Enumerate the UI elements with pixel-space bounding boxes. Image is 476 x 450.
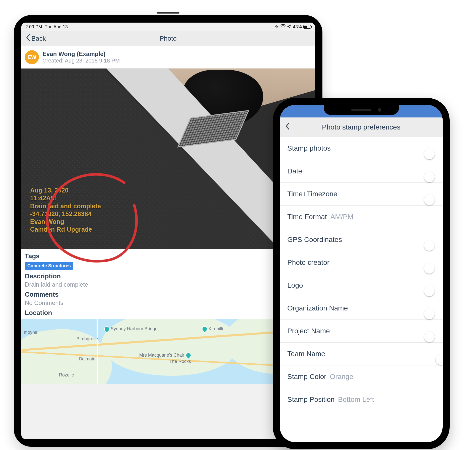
status-time: 2:09 PM xyxy=(25,24,42,30)
airplane-icon: ✈ xyxy=(275,24,279,30)
stamp-desc: Drain laid and complete xyxy=(30,202,101,210)
tablet-speaker xyxy=(157,12,179,14)
pref-label: Photo creator xyxy=(287,259,329,267)
location-icon xyxy=(287,24,291,30)
pref-value: Orange xyxy=(330,373,353,381)
status-bar: 2:09 PM Thu Aug 13 ✈ 43% xyxy=(21,23,315,31)
pref-row-organization-name[interactable]: Organization Name xyxy=(280,297,443,320)
pref-row-project-name[interactable]: Project Name xyxy=(280,320,443,343)
pref-value: Bottom Left xyxy=(338,396,374,404)
map-label-balmain: Balmain xyxy=(79,356,95,362)
photo-stamp-text: Aug 13, 2020 11:42AM Drain laid and comp… xyxy=(30,186,101,234)
pref-label: Project Name xyxy=(287,327,330,335)
stamp-project: Camden Rd Upgrade xyxy=(30,226,101,233)
map[interactable]: moyne Birchgrove Balmain Rozelle Sydney … xyxy=(21,319,315,384)
pref-row-gps-coordinates[interactable]: GPS Coordinates xyxy=(280,228,443,251)
stamp-date: Aug 13, 2020 xyxy=(30,186,101,194)
author-name: Evan Wong (Example) xyxy=(42,50,120,57)
description-heading: Description xyxy=(25,272,311,280)
pref-label: Organization Name xyxy=(287,304,348,312)
pref-row-photo-creator[interactable]: Photo creator xyxy=(280,251,443,274)
tag-concrete-structures[interactable]: Concrete Structures xyxy=(25,262,73,270)
pref-row-logo[interactable]: Logo xyxy=(280,274,443,297)
comments-value: No Comments xyxy=(25,299,311,306)
pref-label: Date xyxy=(287,167,302,175)
pref-row-time-timezone[interactable]: Time+Timezone xyxy=(280,183,443,206)
pref-label: Logo xyxy=(287,281,303,289)
poi-icon xyxy=(103,325,111,333)
created-timestamp: Created: Aug 23, 2018 9:18 PM xyxy=(42,57,120,64)
location-heading: Location xyxy=(25,309,311,317)
map-label-rozelle: Rozelle xyxy=(59,372,74,378)
tablet-screen: 2:09 PM Thu Aug 13 ✈ 43% Back xyxy=(21,23,315,439)
pref-label: GPS Coordinates xyxy=(287,236,342,244)
wifi-icon xyxy=(280,24,286,30)
page-title: Photo xyxy=(160,35,177,42)
description-value: Drain laid and complete xyxy=(25,281,311,288)
poi-icon xyxy=(184,352,192,359)
back-label: Back xyxy=(31,35,46,42)
stamp-creator: Evan Wong xyxy=(30,218,101,226)
pref-label: Time Format xyxy=(287,213,327,221)
chevron-left-icon xyxy=(26,34,30,43)
author-bar: EW Evan Wong (Example) Created: Aug 23, … xyxy=(21,46,315,69)
map-label-birchgrove: Birchgrove xyxy=(77,336,98,342)
pref-row-stamp-position[interactable]: Stamp PositionBottom Left xyxy=(280,388,443,411)
stamp-gps: -34.71920, 152.26384 xyxy=(30,210,101,218)
battery-icon xyxy=(303,25,311,29)
phone-device-frame: Photo stamp preferences Stamp photosDate… xyxy=(273,98,450,449)
avatar: EW xyxy=(25,50,39,64)
map-road xyxy=(97,319,98,384)
pref-label: Time+Timezone xyxy=(287,190,337,198)
page-title: Photo stamp preferences xyxy=(322,123,400,131)
pref-row-stamp-photos[interactable]: Stamp photos xyxy=(280,137,443,160)
tags-heading: Tags xyxy=(25,252,311,260)
pref-label: Team Name xyxy=(287,350,325,358)
back-button[interactable] xyxy=(285,122,290,132)
stamp-time: 11:42AM xyxy=(30,194,101,202)
preferences-list: Stamp photosDateTime+TimezoneTime Format… xyxy=(280,137,443,442)
pref-label: Stamp Position xyxy=(287,396,334,404)
map-label-rocks: The Rocks xyxy=(169,359,191,364)
photo[interactable]: Aug 13, 2020 11:42AM Drain laid and comp… xyxy=(21,69,315,249)
poi-icon xyxy=(201,325,209,333)
pref-row-time-format[interactable]: Time FormatAM/PM xyxy=(280,206,443,228)
pref-row-date[interactable]: Date xyxy=(280,160,443,183)
map-label-chair: Mrs Macquarie's Chair xyxy=(139,353,192,358)
phone-notch xyxy=(324,105,399,115)
meta-section: Tags Concrete Structures Description Dra… xyxy=(21,249,315,319)
nav-bar: Back Photo xyxy=(21,31,315,46)
pref-label: Stamp photos xyxy=(287,144,331,152)
phone-nav-bar: Photo stamp preferences xyxy=(280,117,443,137)
battery-percent: 43% xyxy=(293,24,302,30)
phone-screen: Photo stamp preferences Stamp photosDate… xyxy=(280,105,443,442)
status-date: Thu Aug 13 xyxy=(45,24,68,30)
pref-value: AM/PM xyxy=(330,213,354,221)
map-label-kirribilli: Kirribilli xyxy=(202,326,223,332)
pref-row-team-name[interactable]: Team Name xyxy=(280,343,443,365)
back-button[interactable]: Back xyxy=(26,34,46,43)
pref-label: Stamp Color xyxy=(287,373,326,381)
map-label-bridge: Sydney Harbour Bridge xyxy=(104,326,158,332)
pref-row-stamp-color[interactable]: Stamp ColorOrange xyxy=(280,365,443,388)
comments-heading: Comments xyxy=(25,291,311,298)
map-label-moyne: moyne xyxy=(24,330,37,335)
